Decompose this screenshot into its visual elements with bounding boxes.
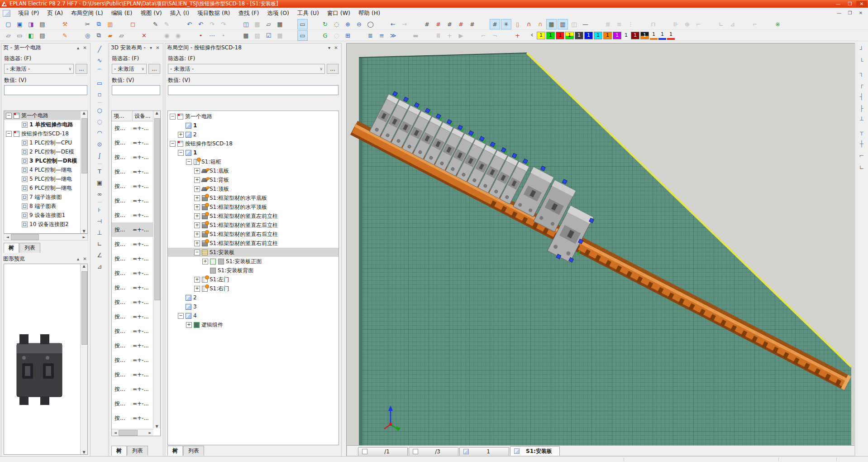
column-header[interactable]: 项... [112, 111, 133, 121]
print-page-icon[interactable]: ▤ [37, 30, 48, 41]
layer-cyan[interactable]: 1 [594, 32, 602, 39]
toolbar-button[interactable] [591, 19, 602, 29]
mdi-restore-button[interactable]: ❐ [844, 9, 855, 18]
filter-more-button[interactable]: ... [327, 64, 339, 74]
layout-tree-item[interactable]: S1:安装板背面 [168, 266, 339, 275]
layout-tree-item[interactable]: S1:框架型材的竖直左后立柱 [168, 221, 339, 230]
device-row[interactable]: 按... =+-... [112, 324, 153, 338]
scroll-down-icon[interactable]: ▼ [81, 450, 87, 454]
rectangle-2-icon[interactable]: ▫ [95, 89, 105, 100]
device-row[interactable]: 按... =+-... [112, 222, 153, 237]
filter-more-button[interactable]: ... [148, 64, 160, 74]
scroll-up-icon[interactable]: ▲ [153, 111, 160, 115]
device-row[interactable]: 按... =+-... [112, 150, 153, 164]
device-table-hscrollbar[interactable]: ◄ ► [112, 429, 153, 436]
graphics-tool[interactable] [95, 162, 105, 165]
undo-list-icon[interactable]: ↶ [196, 19, 206, 29]
redo-icon[interactable]: ↷ [207, 19, 217, 29]
pages-tree-vscrollbar[interactable]: ▲ ▼ [80, 111, 87, 233]
layout-tree-item[interactable]: S1:框架型材的竖直右前立柱 [168, 239, 339, 248]
pages-tree-hscrollbar[interactable]: ◄ ► [4, 234, 88, 241]
toolbar-button[interactable] [399, 30, 410, 41]
layer-dark[interactable]: 1 [575, 32, 583, 39]
table-icon[interactable]: ▦ [275, 19, 285, 29]
view-side-2-icon[interactable]: ├ [857, 103, 867, 114]
value-input[interactable] [112, 85, 160, 95]
toolbar-button[interactable] [422, 30, 432, 41]
page-tree-item[interactable]: 7 端子连接图 [4, 192, 81, 202]
polyline-icon[interactable]: ∿ [95, 55, 105, 66]
menu-item[interactable]: 视图 (V) [136, 8, 166, 19]
tree-expander[interactable] [194, 177, 200, 183]
angle-tool-icon[interactable]: ⌐ [478, 30, 489, 41]
view-corner-3-icon[interactable]: ┐ [857, 68, 867, 78]
view-iso-icon[interactable]: ⌐ [857, 150, 867, 161]
dimension-cont-icon[interactable]: ∟ [95, 239, 105, 249]
filter-dropdown[interactable]: - 未激活 - ∨ [4, 64, 74, 74]
filter-dropdown[interactable]: - 未激活 - ∨ [168, 64, 325, 74]
insert-symbol-macro-icon[interactable]: ▦ [252, 19, 262, 29]
layout-tree-item[interactable]: S1:框架型材的水平顶板 [168, 202, 339, 212]
page-tree-item[interactable]: 5 PLC控制—继电 [4, 174, 81, 183]
toolbar-button[interactable] [173, 19, 183, 29]
scroll-left-icon[interactable]: ◄ [112, 431, 119, 435]
page-tree-item[interactable]: 第一个电路 [4, 111, 81, 120]
scroll-left-icon[interactable]: ◄ [4, 235, 11, 239]
layout-tree-item[interactable]: S1:底板 [168, 166, 339, 175]
tree-expander[interactable] [194, 213, 200, 219]
toolbar-button[interactable] [48, 19, 59, 29]
layout-tree-item[interactable]: S1:左门 [168, 275, 339, 284]
toolbar-button[interactable] [229, 30, 240, 41]
layout-tree-item[interactable]: 4 [168, 311, 339, 320]
page-tree-item[interactable]: 1 单按钮操作电路 [4, 120, 81, 129]
connection-list-icon[interactable]: ≡ [377, 30, 387, 41]
toolbar-button[interactable] [659, 19, 670, 29]
device-row[interactable]: 按... =+-... [112, 208, 153, 222]
layer-black-orange[interactable]: 1 [640, 32, 649, 39]
tree-expander[interactable] [186, 159, 192, 165]
layer-underline-red[interactable]: 1 [667, 31, 675, 40]
grid-plus-icon[interactable]: ⊞ [343, 30, 353, 41]
collapse-icon[interactable]: ▴ [75, 256, 81, 261]
device-row[interactable]: 按... =+-... [112, 338, 153, 353]
image-icon[interactable]: ▨ [252, 30, 262, 41]
layout-tree-item[interactable]: 第一个电路 [168, 112, 339, 121]
menu-item[interactable]: 工具 (U) [293, 8, 323, 19]
grid-c-icon[interactable]: # [444, 19, 455, 29]
bend-icon[interactable]: ⌐ [693, 19, 704, 29]
device-row[interactable]: 按... =+-... [112, 193, 153, 208]
magnet-icon[interactable]: ∩ [524, 19, 534, 29]
toolbar-button[interactable] [354, 30, 364, 41]
layout-tree-item[interactable]: 2 [168, 130, 339, 139]
page-tree-item[interactable]: 2 PLC控制—DE模 [4, 147, 81, 156]
toolbar-button[interactable] [71, 30, 81, 41]
pillars-icon[interactable]: Ⅲ [433, 30, 444, 41]
ellipse-icon[interactable]: ⊙ [95, 139, 105, 149]
tree-expander[interactable] [170, 114, 176, 120]
toolbar-button[interactable] [184, 30, 195, 41]
view-corner-2-icon[interactable]: └ [857, 56, 867, 67]
graphics-tool[interactable] [95, 200, 105, 204]
layer-darkred[interactable]: 1 [631, 32, 639, 39]
format-brush-2-icon[interactable]: ✎ [162, 19, 172, 29]
view-side-4-icon[interactable]: ┬ [857, 127, 867, 137]
value-input[interactable] [168, 85, 339, 95]
page-tree-item[interactable]: 4 PLC控制—继电 [4, 165, 81, 174]
toolbar-button[interactable] [48, 30, 59, 41]
clip-icon[interactable]: ▰ [105, 30, 115, 41]
multicolor-wire-icon[interactable]: ※ [773, 19, 783, 29]
value-input[interactable] [4, 85, 87, 95]
new-icon[interactable]: ▢ [3, 19, 14, 29]
filter-dropdown[interactable]: - 未激活 ∨ [112, 64, 147, 74]
device-row[interactable]: 按... =+-... [112, 382, 153, 396]
device-row[interactable]: 按... =+-... [112, 266, 153, 280]
layout-tree-item[interactable]: S1:顶板 [168, 184, 339, 193]
tree-expander[interactable] [178, 150, 184, 156]
page-macro-icon[interactable]: ▱ [263, 19, 274, 29]
crosshair-icon[interactable]: + [512, 30, 523, 41]
toolbar-button[interactable] [229, 19, 240, 29]
blank-page-icon[interactable]: ▱ [116, 30, 127, 41]
layer-yellow[interactable]: 1 [537, 32, 545, 39]
align-1-icon[interactable]: ≣ [603, 19, 613, 29]
view-free-icon[interactable]: ∟ [857, 162, 867, 173]
